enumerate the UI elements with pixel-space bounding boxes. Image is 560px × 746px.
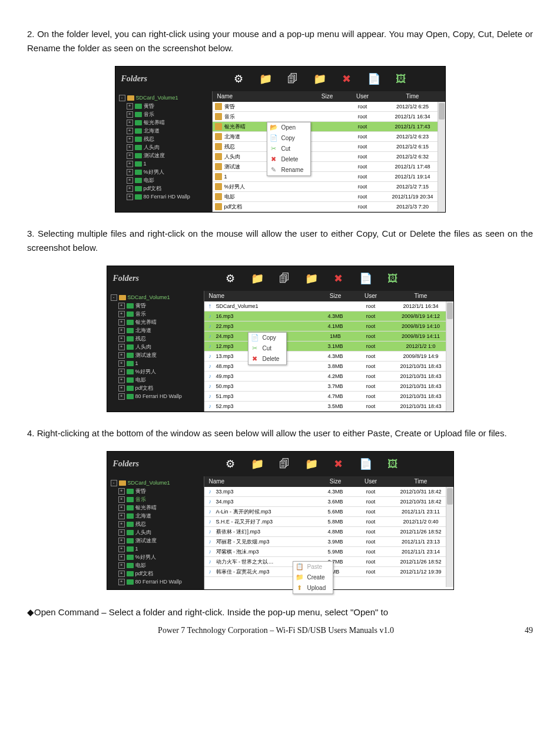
tree-item[interactable]: -SDCard_Volume1 (111, 293, 204, 301)
table-row[interactable]: 电影root2012/11/19 20:34 (213, 192, 445, 202)
folder-tree[interactable]: -SDCard_Volume1+黄昏+音乐+银光养晴+北海道+残忍+人头肉+测试… (107, 476, 204, 589)
doc-icon[interactable]: 📄 (359, 457, 372, 470)
copy-icon[interactable]: 🗐 (278, 272, 291, 285)
table-row[interactable]: ♪33.mp34.3MBroot2012/10/31 18:42 (204, 487, 453, 497)
tree-item[interactable]: +音乐 (111, 495, 204, 503)
tree-item[interactable]: +残忍 (111, 334, 204, 343)
tree-item[interactable]: -SDCard_Volume1 (119, 94, 212, 102)
tree-item[interactable]: +1 (111, 545, 204, 553)
tree-item[interactable]: +人头肉 (119, 143, 212, 151)
context-menu-item-cut[interactable]: ✂Cut (248, 343, 287, 354)
picture-icon[interactable]: 🖼 (386, 272, 399, 285)
tree-item[interactable]: +%好男人 (111, 553, 204, 561)
context-menu-item-open[interactable]: 📂Open (267, 122, 311, 133)
tree-item[interactable]: +人头肉 (111, 528, 204, 536)
table-row[interactable]: ♪蔡依林 - 迷幻].mp34.8MBroot2012/11/26 18:52 (204, 527, 453, 537)
tree-item[interactable]: +音乐 (111, 310, 204, 318)
context-menu-item-delete[interactable]: ✖Delete (267, 154, 311, 165)
copy-icon[interactable]: 🗐 (278, 457, 291, 470)
context-menu-item-copy[interactable]: 📄Copy (267, 133, 311, 144)
folder-icon[interactable]: 📁 (305, 457, 318, 470)
tree-item[interactable]: -SDCard_Volume1 (111, 479, 204, 487)
table-row[interactable]: ♪邓丽君 - 又见炊烟.mp33.9MBroot2012/11/1 23:13 (204, 537, 453, 547)
tree-item[interactable]: +pdf文档 (119, 184, 212, 193)
gear-icon[interactable]: ⚙ (232, 72, 245, 85)
picture-icon[interactable]: 🖼 (386, 457, 399, 470)
tree-item[interactable]: +pdf文档 (111, 569, 204, 578)
delete-icon[interactable]: ✖ (332, 272, 345, 285)
tree-item[interactable]: +残忍 (119, 135, 212, 143)
tree-item[interactable]: +黄昏 (111, 487, 204, 495)
table-row[interactable]: 残忍root2012/1/2 6:15 (213, 142, 445, 152)
table-row[interactable]: ♪34.mp33.6MBroot2012/10/31 18:42 (204, 497, 453, 507)
table-row[interactable]: ♪49.mp34.2MBroot2012/10/31 18:43 (204, 372, 453, 382)
tree-item[interactable]: +音乐 (119, 110, 212, 118)
tree-item[interactable]: +%好男人 (119, 168, 212, 176)
tree-item[interactable]: +1 (119, 160, 212, 168)
new-folder-icon[interactable]: 📁 (251, 272, 264, 285)
col-time[interactable]: Time (380, 92, 445, 101)
table-row[interactable]: ↑SDCard_Volume1root2012/1/1 16:34 (204, 301, 453, 311)
table-row[interactable]: ♪S.H.E - 花又开好了.mp35.8MBroot2012/11/2 0:4… (204, 517, 453, 527)
tree-item[interactable]: +电影 (111, 376, 204, 384)
col-time[interactable]: Time (389, 477, 453, 486)
col-user[interactable]: User (345, 92, 380, 101)
tree-item[interactable]: +80 Ferrari HD Wallp (119, 193, 212, 201)
doc-icon[interactable]: 📄 (359, 272, 372, 285)
context-menu-item-upload[interactable]: ⬆Upload (293, 583, 333, 594)
table-row[interactable]: ♪51.mp34.7MBroot2012/10/31 18:43 (204, 392, 453, 402)
col-size[interactable]: Size (318, 291, 353, 301)
doc-icon[interactable]: 📄 (367, 72, 380, 85)
delete-icon[interactable]: ✖ (340, 72, 353, 85)
table-row[interactable]: ♪52.mp33.5MBroot2012/10/31 18:43 (204, 402, 453, 412)
col-name[interactable]: Name (213, 92, 310, 101)
gear-icon[interactable]: ⚙ (224, 457, 237, 470)
col-size[interactable]: Size (310, 92, 345, 101)
table-row[interactable]: 音乐root2012/1/1 16:34 (213, 112, 445, 122)
gear-icon[interactable]: ⚙ (224, 272, 237, 285)
tree-item[interactable]: +残忍 (111, 520, 204, 528)
tree-item[interactable]: +人头肉 (111, 343, 204, 351)
table-row[interactable]: ♪22.mp34.1MBroot2009/8/19 14:10 (204, 321, 453, 331)
copy-icon[interactable]: 🗐 (286, 72, 299, 85)
picture-icon[interactable]: 🖼 (395, 72, 407, 85)
table-row[interactable]: 测试速root2012/1/1 17:48 (213, 162, 445, 172)
table-row[interactable]: pdf文档root2012/1/3 7:20 (213, 202, 445, 212)
tree-item[interactable]: +银光养晴 (119, 118, 212, 127)
tree-item[interactable]: +1 (111, 359, 204, 367)
table-row[interactable]: 黄昏root2012/1/2 6:25 (213, 102, 445, 112)
tree-item[interactable]: +银光养晴 (111, 503, 204, 512)
col-size[interactable]: Size (318, 477, 353, 486)
tree-item[interactable]: +电影 (111, 561, 204, 569)
tree-item[interactable]: +测试速度 (111, 351, 204, 359)
table-row[interactable]: ♪12.mp33.1MBroot2012/1/2 1:0 (204, 341, 453, 352)
table-row[interactable]: ♪48.mp33.8MBroot2012/10/31 18:43 (204, 362, 453, 372)
context-menu-item-paste[interactable]: 📋Paste (293, 562, 333, 572)
context-menu-item-copy[interactable]: 📄Copy (248, 333, 287, 343)
tree-item[interactable]: +80 Ferrari HD Wallp (111, 578, 204, 586)
col-time[interactable]: Time (389, 291, 453, 301)
folder-tree[interactable]: -SDCard_Volume1+黄昏+音乐+银光养晴+北海道+残忍+人头肉+测试… (115, 91, 212, 212)
scrollbar[interactable] (446, 301, 453, 412)
table-row[interactable]: ♪A-Lin - 离开的时候.mp35.6MBroot2012/11/1 23:… (204, 507, 453, 517)
tree-item[interactable]: +%好男人 (111, 367, 204, 376)
scrollbar[interactable] (446, 487, 453, 587)
tree-item[interactable]: +北海道 (119, 127, 212, 135)
scrollbar[interactable] (438, 102, 445, 212)
table-row[interactable]: ♪邓紫棋 - 泡沫.mp35.9MBroot2012/11/1 23:14 (204, 547, 453, 557)
tree-item[interactable]: +北海道 (111, 512, 204, 520)
folder-icon[interactable]: 📁 (313, 72, 326, 85)
context-menu-item-create[interactable]: 📁Create (293, 572, 333, 583)
folder-tree[interactable]: -SDCard_Volume1+黄昏+音乐+银光养晴+北海道+残忍+人头肉+测试… (107, 291, 204, 412)
tree-item[interactable]: +银光养晴 (111, 318, 204, 326)
new-folder-icon[interactable]: 📁 (259, 72, 272, 85)
context-menu-item-cut[interactable]: ✂Cut (267, 144, 311, 154)
table-row[interactable]: 人头肉root2012/1/2 6:32 (213, 152, 445, 162)
context-menu-item-delete[interactable]: ✖Delete (248, 354, 287, 364)
folder-icon[interactable]: 📁 (305, 272, 318, 285)
col-user[interactable]: User (353, 291, 389, 301)
tree-item[interactable]: +测试速度 (119, 151, 212, 160)
new-folder-icon[interactable]: 📁 (251, 457, 264, 470)
col-name[interactable]: Name (204, 291, 318, 301)
table-row[interactable]: ♪13.mp34.3MBroot2009/8/19 14:9 (204, 352, 453, 362)
